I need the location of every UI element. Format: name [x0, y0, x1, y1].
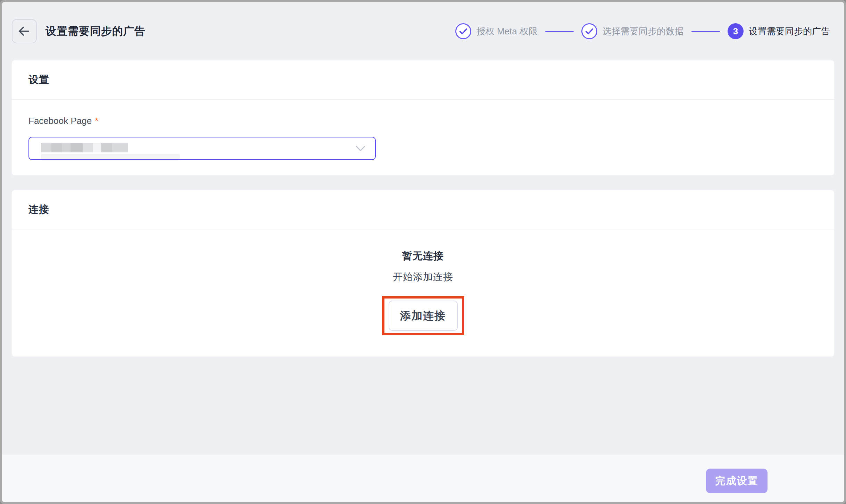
app-window: 设置需要同步的广告 授权 Meta 权限: [0, 0, 846, 504]
footer-bar: 完成设置: [2, 455, 844, 502]
facebook-page-label-text: Facebook Page: [28, 116, 92, 126]
facebook-page-select[interactable]: [28, 137, 376, 160]
step-1-label: 授权 Meta 权限: [476, 25, 538, 37]
page-header: 设置需要同步的广告 授权 Meta 权限: [2, 2, 844, 60]
connections-card-header: 连接: [12, 190, 834, 229]
step-1-circle: [455, 23, 471, 39]
step-authorize-meta: 授权 Meta 权限: [455, 23, 538, 39]
step-3-circle: 3: [728, 23, 744, 39]
settings-card: 设置 Facebook Page *: [12, 60, 834, 175]
step-setup-ads: 3 设置需要同步的广告: [728, 23, 830, 39]
back-button[interactable]: [12, 19, 37, 43]
chevron-down-icon: [356, 145, 365, 151]
redacted-value-block: [41, 154, 180, 159]
wizard-stepper: 授权 Meta 权限 选择需要同步的数据 3 设置需要同步的广告: [455, 23, 830, 39]
check-icon: [459, 28, 467, 35]
settings-card-title: 设置: [28, 73, 49, 87]
arrow-left-icon: [18, 26, 31, 37]
connections-empty-state: 暂无连接 开始添加连接 添加连接: [12, 229, 834, 335]
facebook-page-label: Facebook Page *: [28, 116, 818, 126]
step-connector: [545, 31, 574, 32]
settings-card-header: 设置: [12, 60, 834, 100]
add-connection-button[interactable]: 添加连接: [389, 301, 458, 331]
finish-setup-button[interactable]: 完成设置: [706, 469, 768, 493]
redacted-value-block: [41, 143, 128, 152]
page-title: 设置需要同步的广告: [45, 24, 146, 39]
check-icon: [585, 28, 594, 35]
step-connector: [691, 31, 720, 32]
settings-card-body: Facebook Page *: [12, 100, 834, 160]
annotation-highlight-box: 添加连接: [382, 296, 464, 335]
step-2-circle: [581, 23, 597, 39]
empty-state-title: 暂无连接: [402, 249, 444, 263]
step-2-label: 选择需要同步的数据: [603, 25, 684, 37]
required-asterisk: *: [95, 116, 98, 126]
step-select-data: 选择需要同步的数据: [581, 23, 684, 39]
step-3-label: 设置需要同步的广告: [749, 25, 830, 37]
connections-card: 连接 暂无连接 开始添加连接 添加连接: [12, 190, 834, 356]
empty-state-subtitle: 开始添加连接: [393, 270, 453, 284]
connections-card-title: 连接: [28, 203, 49, 217]
